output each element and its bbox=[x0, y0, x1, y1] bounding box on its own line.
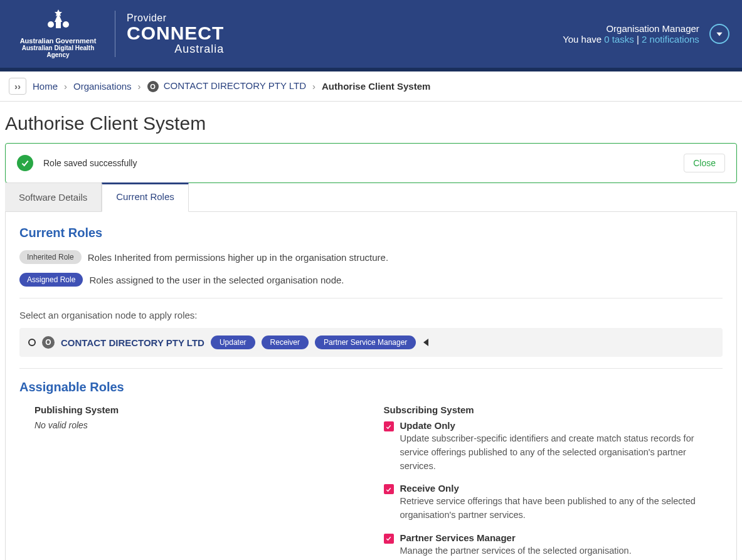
you-have-text: You have bbox=[563, 34, 604, 45]
role-desc: Manage the partner services of the selec… bbox=[400, 544, 632, 558]
current-roles-title: Current Roles bbox=[19, 226, 723, 240]
legend-assigned: Assigned Role Roles assigned to the user… bbox=[19, 273, 723, 287]
node-name[interactable]: CONTACT DIRECTORY PTY LTD bbox=[61, 337, 204, 348]
notifications-link[interactable]: 2 notifications bbox=[642, 34, 699, 45]
org-node-row[interactable]: O CONTACT DIRECTORY PTY LTD Updater Rece… bbox=[19, 328, 723, 357]
header-right: Organisation Manager You have 0 tasks | … bbox=[563, 23, 729, 45]
success-alert: Role saved successfully Close bbox=[5, 143, 737, 183]
inherited-role-pill: Inherited Role bbox=[19, 250, 82, 264]
breadcrumb-home[interactable]: Home bbox=[33, 81, 58, 92]
node-badge-icon: O bbox=[42, 336, 55, 349]
svg-point-2 bbox=[48, 21, 54, 28]
gov-line1: Australian Government bbox=[13, 37, 103, 45]
tab-panel: Current Roles Inherited Role Roles Inher… bbox=[5, 212, 737, 560]
caret-left-icon[interactable] bbox=[423, 339, 428, 346]
role-chip-updater: Updater bbox=[211, 335, 255, 349]
header-left: Australian Government Australian Digital… bbox=[13, 9, 224, 58]
check-circle-icon bbox=[17, 155, 33, 171]
chevron-down-icon bbox=[715, 29, 724, 38]
app-header: Australian Government Australian Digital… bbox=[0, 0, 742, 68]
role-item-receive-only: Receive Only Retrieve service offerings … bbox=[384, 483, 723, 522]
checkbox-update-only[interactable] bbox=[384, 421, 394, 431]
user-role: Organisation Manager bbox=[563, 23, 699, 34]
header-status: You have 0 tasks | 2 notifications bbox=[563, 34, 699, 45]
svg-marker-5 bbox=[716, 33, 722, 36]
role-desc: Retrieve service offerings that have bee… bbox=[400, 495, 723, 522]
checkbox-receive-only[interactable] bbox=[384, 484, 394, 494]
assigned-role-pill: Assigned Role bbox=[19, 273, 83, 287]
alert-message: Role saved successfully bbox=[43, 158, 137, 168]
role-item-update-only: Update Only Update subscriber-specific i… bbox=[384, 420, 723, 473]
alert-close-button[interactable]: Close bbox=[684, 154, 725, 172]
svg-point-3 bbox=[63, 21, 69, 28]
legend-inherited: Inherited Role Roles Inherited from perm… bbox=[19, 250, 723, 264]
assigned-desc: Roles assigned to the user in the select… bbox=[89, 275, 344, 285]
publishing-column: Publishing System No valid roles bbox=[19, 404, 359, 560]
page-title: Authorise Client System bbox=[5, 113, 737, 134]
role-desc: Update subscriber-specific identifiers a… bbox=[400, 432, 723, 473]
radio-icon[interactable] bbox=[28, 339, 36, 346]
breadcrumb: ›› Home › Organisations › O CONTACT DIRE… bbox=[0, 71, 742, 102]
crest-icon bbox=[13, 9, 103, 36]
sep: | bbox=[634, 34, 642, 45]
instruction-text: Select an organisation node to apply rol… bbox=[19, 310, 723, 320]
user-menu-dropdown[interactable] bbox=[709, 24, 729, 44]
no-valid-roles: No valid roles bbox=[34, 420, 359, 430]
pca-logo: Provider CONNECT Australia bbox=[127, 13, 224, 56]
gov-line2: Australian Digital Health Agency bbox=[13, 45, 103, 58]
subscribing-title: Subscribing System bbox=[384, 404, 723, 415]
role-chip-partner: Partner Service Manager bbox=[315, 335, 416, 349]
chevron-right-icon: › bbox=[64, 81, 67, 92]
subscribing-column: Subscribing System Update Only Update su… bbox=[384, 404, 723, 560]
pca-australia: Australia bbox=[127, 43, 224, 56]
checkbox-partner-services-manager[interactable] bbox=[384, 534, 394, 544]
breadcrumb-org-link[interactable]: CONTACT DIRECTORY PTY LTD bbox=[164, 80, 306, 91]
role-name: Partner Services Manager bbox=[400, 532, 632, 543]
pca-connect: CONNECT bbox=[127, 24, 224, 43]
chevron-right-icon: › bbox=[138, 81, 141, 92]
assignable-roles-title: Assignable Roles bbox=[19, 380, 723, 394]
tabs: Software Details Current Roles bbox=[5, 182, 737, 212]
tasks-link[interactable]: 0 tasks bbox=[604, 34, 634, 45]
role-item-partner-services-manager: Partner Services Manager Manage the part… bbox=[384, 532, 723, 558]
inherited-desc: Roles Inherited from permissions higher … bbox=[88, 252, 388, 263]
breadcrumb-organisations[interactable]: Organisations bbox=[73, 81, 132, 92]
pca-provider: Provider bbox=[127, 13, 224, 24]
gov-logo: Australian Government Australian Digital… bbox=[13, 9, 103, 58]
tab-current-roles[interactable]: Current Roles bbox=[102, 182, 189, 212]
expand-breadcrumb-button[interactable]: ›› bbox=[9, 78, 26, 95]
publishing-title: Publishing System bbox=[34, 404, 359, 415]
breadcrumb-current: Authorise Client System bbox=[322, 81, 430, 92]
divider bbox=[19, 368, 723, 369]
role-name: Receive Only bbox=[400, 483, 723, 494]
org-badge-icon: O bbox=[147, 81, 159, 92]
svg-rect-0 bbox=[56, 22, 61, 28]
role-name: Update Only bbox=[400, 420, 723, 431]
divider bbox=[19, 298, 723, 298]
role-chip-receiver: Receiver bbox=[262, 335, 309, 349]
chevron-right-icon: › bbox=[312, 81, 315, 92]
divider bbox=[115, 11, 115, 57]
tab-software-details[interactable]: Software Details bbox=[5, 182, 102, 211]
